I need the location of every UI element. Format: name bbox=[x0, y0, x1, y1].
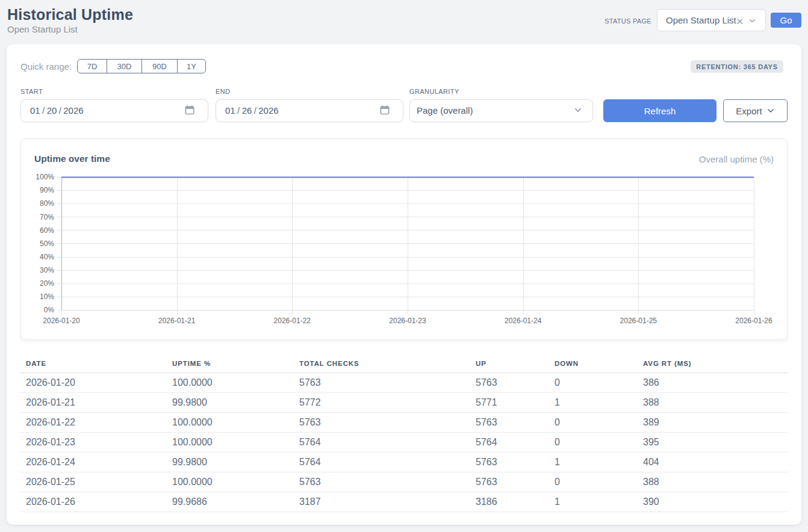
svg-text:2026-01-26: 2026-01-26 bbox=[735, 317, 772, 325]
svg-text:2026-01-20: 2026-01-20 bbox=[43, 317, 80, 325]
svg-text:60%: 60% bbox=[40, 226, 54, 235]
svg-text:40%: 40% bbox=[40, 253, 54, 261]
svg-text:20%: 20% bbox=[40, 279, 54, 288]
svg-text:30%: 30% bbox=[40, 266, 54, 274]
svg-text:2026-01-24: 2026-01-24 bbox=[505, 317, 542, 325]
svg-text:0%: 0% bbox=[44, 306, 55, 314]
svg-text:2026-01-25: 2026-01-25 bbox=[620, 317, 657, 325]
svg-text:90%: 90% bbox=[40, 186, 54, 194]
svg-text:50%: 50% bbox=[40, 240, 54, 248]
svg-text:2026-01-23: 2026-01-23 bbox=[389, 317, 426, 325]
svg-text:70%: 70% bbox=[40, 213, 54, 221]
svg-text:2026-01-21: 2026-01-21 bbox=[158, 317, 196, 325]
svg-text:2026-01-22: 2026-01-22 bbox=[274, 317, 311, 325]
svg-text:100%: 100% bbox=[36, 173, 54, 181]
svg-text:80%: 80% bbox=[40, 199, 54, 208]
svg-text:10%: 10% bbox=[40, 292, 54, 301]
